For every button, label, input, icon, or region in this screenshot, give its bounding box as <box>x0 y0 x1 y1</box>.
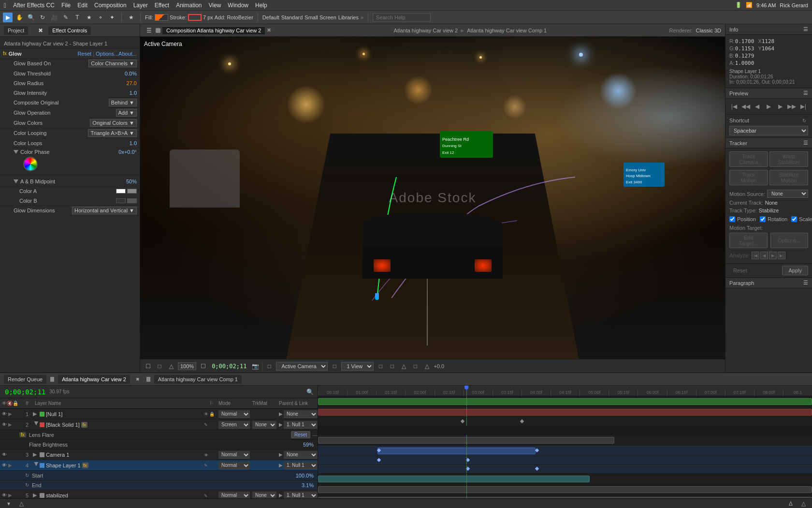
warp-stabilizer-button[interactable]: Warp Stabilizer <box>769 151 808 167</box>
layer-5-eye[interactable]: 👁 <box>2 493 7 498</box>
search-layers-btn[interactable]: 🔍 <box>305 387 315 397</box>
color-a-swatch-2[interactable] <box>127 189 137 194</box>
layer-4-parent-select[interactable]: 1. Null 1 <box>284 462 318 469</box>
ab-midpoint-expand[interactable] <box>14 179 18 183</box>
preview-prev-frame[interactable]: ◀ <box>753 102 762 111</box>
comp-panel-menu[interactable]: ☰ <box>144 26 154 35</box>
layer-3-expand[interactable]: ▶ <box>33 451 40 458</box>
menu-composition[interactable]: Composition <box>94 2 127 9</box>
workspace-standard[interactable]: Standard <box>281 15 303 20</box>
playhead[interactable] <box>466 386 467 396</box>
preview-next[interactable]: ▶▶ <box>787 102 797 111</box>
menu-effect[interactable]: Effect <box>155 2 169 9</box>
prop-glow-dimensions-value[interactable]: Horizontal and Vertical ▼ <box>72 207 137 214</box>
fit-to-view[interactable]: ☐ <box>198 361 208 371</box>
options-button[interactable]: Options... <box>770 233 809 248</box>
layer-2-eye[interactable]: 👁 <box>2 422 7 427</box>
fx-toggle[interactable]: fx <box>3 51 7 56</box>
timeline-btn-2[interactable]: △ <box>16 499 26 508</box>
tab-project[interactable]: Project <box>4 26 28 35</box>
analyze-prev[interactable]: ◀ <box>760 252 768 259</box>
layer-4-audio[interactable]: ▶ <box>8 463 13 468</box>
tracker-apply-button[interactable]: Apply <box>782 266 808 275</box>
effect-about[interactable]: About... <box>118 51 137 57</box>
toggle-masks[interactable]: □ <box>155 361 164 371</box>
shape-tool[interactable]: ★ <box>126 13 136 22</box>
comp-btn-d[interactable]: □ <box>410 361 420 371</box>
menu-layer[interactable]: Layer <box>133 2 148 9</box>
layer-2-parent-select[interactable]: 1. Null 1 <box>284 421 318 429</box>
prop-glow-based-on-value[interactable]: Color Channels ▼ <box>88 60 137 67</box>
select-tool[interactable]: ▶ <box>3 13 13 22</box>
layer-3-mode-select[interactable]: Normal <box>218 451 250 459</box>
layer-1-shy[interactable]: 👁 <box>204 412 208 417</box>
comp-close-1[interactable]: ✖ <box>267 27 271 33</box>
position-checkbox[interactable] <box>729 216 735 222</box>
analyze-next[interactable]: ▶ <box>769 252 777 259</box>
color-a-swatch-1[interactable] <box>116 189 126 194</box>
brush-tool[interactable]: ★ <box>84 13 94 22</box>
layer-3-pencil[interactable]: 👁 <box>204 453 208 458</box>
comp-layout[interactable]: □ <box>330 361 339 371</box>
workspace-libraries[interactable]: Libraries <box>338 15 359 20</box>
effect-options[interactable]: Options... <box>96 51 118 57</box>
motion-source-select[interactable]: None <box>767 190 808 198</box>
layer-1-eye[interactable]: 👁 <box>2 412 7 417</box>
timeline-btn-1[interactable]: ▾ <box>4 499 14 508</box>
layer-5-audio[interactable]: ▶ <box>8 493 13 498</box>
one-view-select[interactable]: 1 View <box>341 362 374 371</box>
stroke-swatch[interactable] <box>188 14 202 21</box>
menu-file[interactable]: File <box>61 2 71 9</box>
menu-window[interactable]: Window <box>228 2 248 9</box>
hand-tool[interactable]: ✋ <box>14 13 24 22</box>
apple-menu[interactable]:  <box>4 1 6 9</box>
menu-edit[interactable]: Edit <box>77 2 87 9</box>
prop-color-looping-value[interactable]: Triangle A>B>A ▼ <box>88 129 137 137</box>
comp-btn-e[interactable]: △ <box>422 361 432 371</box>
track-motion-button[interactable]: Track Motion <box>729 170 768 185</box>
toggle-always-preview[interactable]: ☐ <box>143 361 153 371</box>
puppet-tool[interactable]: ✦ <box>107 13 117 22</box>
prop-composite-original-value[interactable]: Behind ▼ <box>109 99 137 106</box>
menu-view[interactable]: View <box>209 2 221 9</box>
color-b-swatch-1[interactable] <box>116 198 126 203</box>
toggle-transparency[interactable]: □ <box>264 361 274 371</box>
analyze-next-all[interactable]: ▶| <box>778 252 785 259</box>
more-workspaces[interactable]: » <box>361 15 363 20</box>
effect-reset[interactable]: Reset <box>77 51 91 57</box>
workspace-default[interactable]: Default <box>262 15 279 20</box>
camera-tool[interactable]: 🎥 <box>49 13 59 22</box>
layer-1-audio[interactable]: ▶ <box>8 412 13 417</box>
layer-5-mode-select[interactable]: Normal <box>218 492 250 499</box>
layer-4-end-value[interactable]: 3.1% <box>302 482 318 488</box>
zoom-tool[interactable]: 🔍 <box>26 13 36 22</box>
shortcut-select[interactable]: Spacebar <box>729 126 808 135</box>
tracker-menu[interactable]: ☰ <box>803 140 808 146</box>
breadcrumb-item-2[interactable]: Atlanta highway Car view Comp 1 <box>467 28 547 33</box>
timeline-timecode[interactable]: 0;00;02;11 <box>3 388 47 396</box>
comp-btn-a[interactable]: □ <box>376 361 385 371</box>
layer-2-mode-select[interactable]: Screen <box>218 421 250 429</box>
layer-3-parent-select[interactable]: None <box>284 451 318 459</box>
preview-next-frame[interactable]: ▶ <box>775 102 785 111</box>
prop-glow-operation-value[interactable]: Add ▼ <box>116 109 137 117</box>
layer-1-lock[interactable]: 🔒 <box>209 412 215 417</box>
preview-menu[interactable]: ☰ <box>803 90 808 96</box>
paragraph-menu[interactable]: ☰ <box>803 280 808 286</box>
timeline-tab-close-1[interactable]: ✖ <box>133 374 143 384</box>
zoom-dropdown[interactable]: 100% <box>178 362 196 370</box>
workspace-small-screen[interactable]: Small Screen <box>304 15 336 20</box>
prop-color-phase-value[interactable]: 0x+0.0° <box>118 149 137 155</box>
prop-glow-radius-value[interactable]: 27.0 <box>127 80 137 86</box>
layer-1-parent-select[interactable]: None <box>284 410 318 418</box>
rotate-tool[interactable]: ↻ <box>38 13 47 22</box>
stabilize-motion-button[interactable]: Stabilize Motion <box>769 170 808 185</box>
tab-render-queue[interactable]: Render Queue <box>4 375 46 384</box>
prop-glow-colors-value[interactable]: Original Colors ▼ <box>90 119 137 127</box>
tracker-reset-button[interactable]: Reset <box>729 266 751 275</box>
layer-2-trkmat-select[interactable]: None <box>252 421 276 429</box>
layer-4-mode-select[interactable]: Normal <box>218 462 250 469</box>
timeline-tracks[interactable]: 00:15f 01:00f 01:15f 02:00f 02:15f 03:00… <box>318 386 812 498</box>
layer-2-pencil[interactable]: ✎ <box>204 422 208 427</box>
track-camera-button[interactable]: Track Camera <box>729 151 768 167</box>
